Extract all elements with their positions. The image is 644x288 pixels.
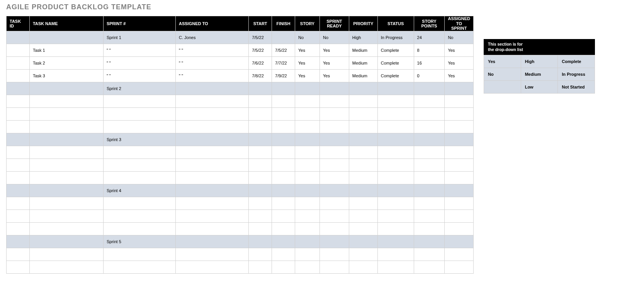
cell-start[interactable] <box>249 184 272 197</box>
cell-task-name[interactable] <box>29 120 103 133</box>
cell-task-id[interactable] <box>7 197 30 210</box>
cell-start[interactable] <box>249 171 272 184</box>
cell-story-points[interactable] <box>414 158 445 171</box>
cell-status[interactable]: Complete <box>377 44 414 56</box>
cell-story[interactable]: Yes <box>295 44 320 56</box>
cell-story[interactable] <box>295 210 320 222</box>
cell-assigned-sprint[interactable] <box>445 222 474 235</box>
cell-assigned-sprint[interactable]: No <box>445 31 474 44</box>
cell-status[interactable] <box>377 82 414 95</box>
cell-priority[interactable] <box>349 261 377 273</box>
cell-story[interactable] <box>295 107 320 120</box>
cell-start[interactable] <box>249 222 272 235</box>
cell-status[interactable] <box>377 95 414 107</box>
cell-priority[interactable] <box>349 158 377 171</box>
cell-story[interactable]: No <box>295 31 320 44</box>
cell-finish[interactable] <box>272 235 295 248</box>
cell-sprint[interactable] <box>103 120 175 133</box>
cell-priority[interactable]: Medium <box>349 69 377 82</box>
cell-story[interactable]: Yes <box>295 56 320 69</box>
cell-status[interactable]: Complete <box>377 69 414 82</box>
cell-task-name[interactable]: Task 2 <box>29 56 103 69</box>
cell-start[interactable] <box>249 120 272 133</box>
cell-status[interactable] <box>377 197 414 210</box>
cell-start[interactable]: 7/5/22 <box>249 44 272 56</box>
cell-task-id[interactable] <box>7 44 30 56</box>
cell-finish[interactable] <box>272 158 295 171</box>
cell-finish[interactable] <box>272 120 295 133</box>
cell-start[interactable] <box>249 248 272 261</box>
cell-assigned-to[interactable] <box>175 184 248 197</box>
cell-assigned-to[interactable] <box>175 120 248 133</box>
cell-start[interactable]: 7/6/22 <box>249 56 272 69</box>
cell-priority[interactable] <box>349 222 377 235</box>
cell-finish[interactable] <box>272 261 295 273</box>
cell-sprint[interactable]: Sprint 1 <box>103 31 175 44</box>
cell-sprint[interactable] <box>103 222 175 235</box>
cell-task-name[interactable] <box>29 222 103 235</box>
cell-task-name[interactable] <box>29 171 103 184</box>
cell-status[interactable] <box>377 261 414 273</box>
cell-story[interactable] <box>295 171 320 184</box>
cell-assigned-sprint[interactable] <box>445 197 474 210</box>
cell-status[interactable]: Complete <box>377 56 414 69</box>
cell-sprint-ready[interactable]: No <box>319 31 349 44</box>
cell-sprint-ready[interactable] <box>319 107 349 120</box>
cell-task-name[interactable] <box>29 235 103 248</box>
cell-sprint-ready[interactable]: Yes <box>319 69 349 82</box>
cell-start[interactable] <box>249 95 272 107</box>
cell-story-points[interactable]: 8 <box>414 44 445 56</box>
cell-sprint-ready[interactable]: Yes <box>319 56 349 69</box>
cell-task-id[interactable] <box>7 82 30 95</box>
cell-start[interactable] <box>249 261 272 273</box>
cell-story-points[interactable] <box>414 248 445 261</box>
cell-story[interactable] <box>295 158 320 171</box>
cell-start[interactable] <box>249 146 272 158</box>
cell-task-name[interactable] <box>29 31 103 44</box>
cell-story-points[interactable] <box>414 184 445 197</box>
cell-priority[interactable]: Medium <box>349 44 377 56</box>
cell-finish[interactable]: 7/7/22 <box>272 56 295 69</box>
cell-assigned-to[interactable]: C. Jones <box>175 31 248 44</box>
cell-assigned-sprint[interactable] <box>445 235 474 248</box>
cell-sprint-ready[interactable] <box>319 158 349 171</box>
cell-finish[interactable]: 7/5/22 <box>272 44 295 56</box>
cell-story-points[interactable] <box>414 133 445 146</box>
cell-assigned-sprint[interactable] <box>445 82 474 95</box>
cell-assigned-to[interactable]: " " <box>175 56 248 69</box>
cell-story-points[interactable] <box>414 120 445 133</box>
cell-task-id[interactable] <box>7 56 30 69</box>
cell-assigned-to[interactable] <box>175 261 248 273</box>
cell-status[interactable] <box>377 171 414 184</box>
cell-priority[interactable] <box>349 171 377 184</box>
cell-task-name[interactable]: Task 1 <box>29 44 103 56</box>
cell-assigned-sprint[interactable] <box>445 107 474 120</box>
cell-status[interactable] <box>377 107 414 120</box>
cell-priority[interactable] <box>349 248 377 261</box>
cell-sprint-ready[interactable] <box>319 120 349 133</box>
cell-assigned-to[interactable] <box>175 171 248 184</box>
cell-story-points[interactable]: 0 <box>414 69 445 82</box>
cell-assigned-to[interactable] <box>175 235 248 248</box>
cell-task-name[interactable] <box>29 133 103 146</box>
cell-sprint-ready[interactable] <box>319 248 349 261</box>
cell-sprint[interactable]: Sprint 3 <box>103 133 175 146</box>
cell-finish[interactable] <box>272 133 295 146</box>
cell-finish[interactable] <box>272 107 295 120</box>
cell-task-id[interactable] <box>7 107 30 120</box>
cell-story-points[interactable] <box>414 261 445 273</box>
cell-start[interactable] <box>249 197 272 210</box>
cell-assigned-sprint[interactable] <box>445 261 474 273</box>
cell-task-name[interactable] <box>29 184 103 197</box>
cell-story[interactable] <box>295 95 320 107</box>
cell-sprint[interactable] <box>103 158 175 171</box>
cell-assigned-to[interactable] <box>175 210 248 222</box>
cell-task-id[interactable] <box>7 31 30 44</box>
cell-story[interactable] <box>295 248 320 261</box>
cell-priority[interactable] <box>349 184 377 197</box>
cell-story-points[interactable] <box>414 146 445 158</box>
cell-start[interactable] <box>249 158 272 171</box>
cell-status[interactable] <box>377 120 414 133</box>
cell-story[interactable] <box>295 261 320 273</box>
cell-task-id[interactable] <box>7 120 30 133</box>
